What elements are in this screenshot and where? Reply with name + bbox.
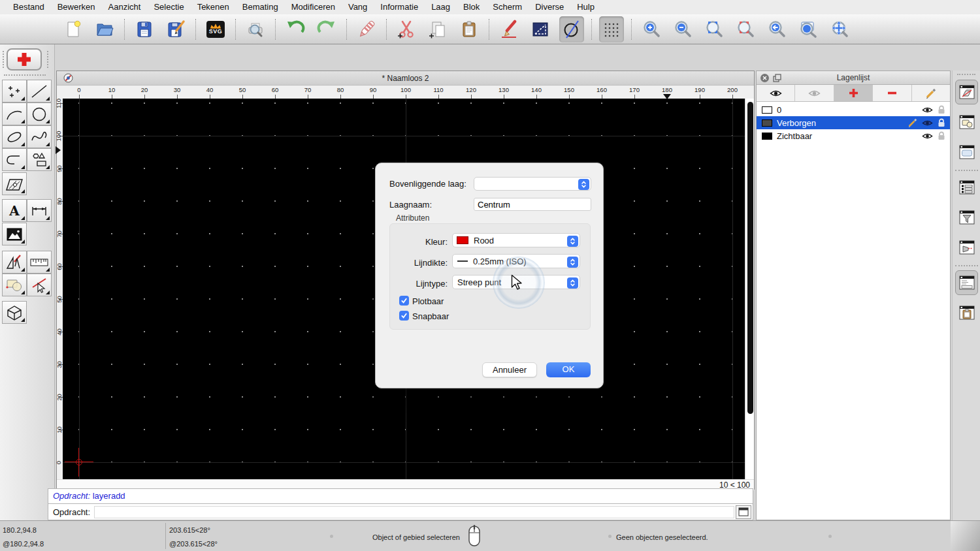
selection-rectangle-button[interactable] — [528, 16, 553, 42]
layer-name-input[interactable] — [474, 198, 591, 211]
tool-text-button[interactable]: A — [2, 199, 27, 222]
grid-toggle-button[interactable] — [599, 16, 624, 42]
command-window-toggle-button[interactable] — [736, 505, 751, 519]
layer-row-verborgen[interactable]: Verborgen — [757, 116, 950, 129]
panel-clipboard-button[interactable] — [955, 300, 978, 325]
layer-row-0[interactable]: 0 — [757, 103, 950, 116]
current-action-add-layer-button[interactable] — [7, 48, 42, 71]
panel-library-browser-button[interactable] — [955, 140, 978, 165]
drag-handle[interactable] — [47, 51, 48, 68]
show-all-layers-button[interactable] — [757, 85, 795, 101]
panel-view-options-button[interactable] — [955, 235, 978, 260]
menu-item[interactable]: Hulp — [570, 0, 601, 14]
print-preview-button[interactable] — [243, 16, 268, 42]
tool-arc-button[interactable] — [2, 102, 27, 125]
tool-line-button[interactable] — [27, 80, 52, 102]
redo-button[interactable] — [314, 16, 339, 42]
hide-all-layers-button[interactable] — [795, 85, 834, 101]
ellipse-tool-button[interactable] — [559, 16, 584, 42]
vertical-scrollbar[interactable] — [745, 99, 754, 479]
tool-image-button[interactable] — [2, 223, 27, 245]
panel-selection-filter-button[interactable] — [955, 205, 978, 230]
zoom-in-button[interactable] — [639, 16, 664, 42]
layer-lock-toggle[interactable] — [938, 105, 945, 114]
add-layer-button[interactable] — [834, 85, 873, 101]
tool-circle-button[interactable] — [27, 102, 52, 125]
layer-row-zichtbaar[interactable]: Zichtbaar — [757, 129, 950, 142]
panel-property-editor-button[interactable] — [955, 175, 978, 200]
tool-ellipse-button[interactable] — [2, 125, 27, 148]
draw-pencil-button[interactable] — [497, 16, 521, 42]
panel-block-list-button[interactable] — [955, 110, 978, 134]
cancel-button[interactable]: Annuleer — [482, 362, 537, 377]
menu-item[interactable]: Diverse — [529, 0, 570, 14]
tool-spline-button[interactable] — [27, 125, 52, 148]
tool-point-button[interactable] — [2, 80, 27, 102]
pan-button[interactable] — [827, 16, 852, 42]
close-panel-button[interactable] — [760, 74, 769, 82]
menu-item[interactable]: Vang — [342, 0, 374, 14]
tool-solid-button[interactable] — [2, 301, 27, 324]
menu-item[interactable]: Scherm — [486, 0, 529, 14]
edit-layer-button[interactable] — [912, 85, 950, 101]
tool-hatch-button[interactable] — [2, 172, 27, 195]
snappable-checkbox[interactable] — [399, 311, 409, 321]
tool-modify-button[interactable] — [2, 274, 27, 296]
menu-item[interactable]: Selectie — [147, 0, 190, 14]
layer-lock-toggle[interactable] — [938, 131, 945, 140]
undo-button[interactable] — [283, 16, 308, 42]
parent-layer-label: Bovenliggende laag: — [389, 179, 466, 189]
drag-handle[interactable] — [4, 74, 46, 76]
cut-button[interactable] — [394, 16, 419, 42]
previous-view-button[interactable] — [764, 16, 789, 42]
layer-lock-toggle[interactable] — [938, 118, 945, 127]
zoom-selection-button[interactable] — [733, 16, 758, 42]
copy-button[interactable] — [425, 16, 450, 42]
detach-panel-button[interactable] — [773, 74, 781, 82]
window-resize-grip[interactable] — [951, 521, 980, 551]
new-file-button[interactable] — [61, 16, 86, 42]
paste-button[interactable] — [457, 16, 482, 42]
menu-item[interactable]: Aanzicht — [102, 0, 148, 14]
tool-dimension-button[interactable] — [27, 199, 52, 222]
menu-item[interactable]: Bemating — [236, 0, 285, 14]
remove-layer-button[interactable] — [873, 85, 911, 101]
layer-visibility-toggle[interactable] — [922, 133, 933, 140]
menu-item[interactable]: Laag — [425, 0, 457, 14]
layer-visibility-toggle[interactable] — [922, 119, 933, 127]
menu-item[interactable]: Bewerken — [51, 0, 102, 14]
zoom-out-button[interactable] — [670, 16, 695, 42]
scrollbar-thumb[interactable] — [747, 102, 753, 414]
tool-drafting-button[interactable] — [2, 251, 27, 274]
save-button[interactable] — [132, 16, 157, 42]
layer-visibility-toggle[interactable] — [922, 106, 933, 114]
tool-pick-button[interactable] — [27, 274, 52, 296]
zoom-window-button[interactable] — [796, 16, 821, 42]
tool-measure-button[interactable] — [27, 251, 52, 274]
menu-item[interactable]: Bestand — [7, 0, 51, 14]
drag-handle[interactable] — [3, 51, 4, 68]
menu-item[interactable]: Modificeren — [285, 0, 342, 14]
ok-button[interactable]: OK — [546, 362, 591, 377]
auto-zoom-button[interactable] — [702, 16, 727, 42]
tool-polyline-button[interactable] — [2, 148, 27, 171]
color-dropdown[interactable]: Rood — [452, 233, 580, 247]
layer-edit-icon[interactable] — [908, 118, 917, 127]
save-as-button[interactable] — [163, 16, 188, 42]
menu-item[interactable]: Tekenen — [191, 0, 236, 14]
plottable-checkbox[interactable] — [399, 296, 409, 306]
drawing-tab-bar[interactable]: * Naamloos 2 — [57, 71, 754, 86]
drag-handle[interactable] — [957, 74, 975, 75]
tool-shape-button[interactable] — [27, 148, 52, 171]
panel-command-line-button[interactable] — [955, 270, 978, 295]
parent-layer-dropdown[interactable] — [474, 177, 591, 191]
layer-name: Zichtbaar — [777, 131, 812, 141]
command-input[interactable] — [94, 506, 734, 518]
menu-item[interactable]: Informatie — [374, 0, 425, 14]
svg-export-button[interactable]: SVG — [203, 16, 228, 42]
panel-layer-list-button[interactable] — [955, 80, 978, 104]
menu-item[interactable]: Blok — [457, 0, 486, 14]
open-file-button[interactable] — [92, 16, 117, 42]
delete-button[interactable] — [354, 16, 379, 42]
panel-header[interactable]: Lagenlijst — [757, 71, 950, 85]
